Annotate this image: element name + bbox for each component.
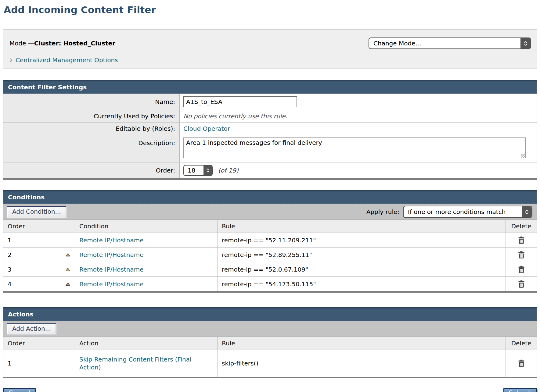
- condition-rule: remote-ip == "54.173.50.115": [222, 280, 316, 288]
- actions-header: Actions: [3, 307, 537, 321]
- settings-row-description: Description: Area 1 inspected messages f…: [3, 135, 537, 162]
- move-up-icon: [65, 268, 70, 271]
- delete-button[interactable]: [518, 359, 525, 367]
- condition-rule: remote-ip == "52.11.209.211": [222, 237, 316, 244]
- change-mode-select[interactable]: Change Mode...: [369, 37, 531, 49]
- actions-column-header: Order Action Rule Delete: [3, 337, 537, 350]
- disclosure-triangle-icon[interactable]: [9, 58, 13, 62]
- move-up-icon: [65, 282, 70, 286]
- column-order: Order: [3, 220, 75, 233]
- trash-icon: [518, 251, 525, 259]
- page-title: Add Incoming Content Filter: [4, 4, 537, 15]
- submit-button[interactable]: Submit: [503, 388, 537, 392]
- settings-row-policies: Currently Used by Policies: No policies …: [3, 110, 537, 122]
- description-label: Description:: [3, 135, 180, 162]
- description-textarea[interactable]: Area 1 inspected messages for final deli…: [183, 137, 526, 158]
- page: Add Incoming Content Filter Mode —Cluste…: [0, 0, 540, 392]
- condition-link[interactable]: Remote IP/Hostname: [79, 265, 143, 273]
- condition-row: 4 Remote IP/Hostname remote-ip == "54.17…: [3, 276, 537, 291]
- delete-button[interactable]: [518, 251, 525, 259]
- name-label: Name:: [3, 94, 180, 110]
- column-action: Action: [75, 337, 218, 350]
- add-condition-button[interactable]: Add Condition...: [7, 206, 66, 217]
- settings-row-order: Order: 18 (of 19): [3, 162, 537, 178]
- condition-link[interactable]: Remote IP/Hostname: [79, 280, 143, 288]
- order-label: Order:: [3, 162, 180, 178]
- move-up-button[interactable]: [65, 268, 70, 271]
- select-spinner-icon: [520, 38, 531, 48]
- order-select-value: 18: [184, 166, 203, 175]
- apply-rule-label: Apply rule:: [366, 208, 399, 216]
- mode-panel: Mode —Cluster: Hosted_Cluster Change Mod…: [3, 29, 537, 69]
- condition-order: 4: [8, 280, 12, 288]
- delete-button[interactable]: [518, 280, 525, 288]
- mode-label: Mode: [9, 40, 28, 47]
- condition-order: 3: [8, 266, 12, 273]
- action-order: 1: [8, 360, 12, 367]
- centralized-management-options-link[interactable]: Centralized Management Options: [16, 56, 118, 64]
- move-up-button[interactable]: [65, 282, 70, 286]
- order-select[interactable]: 18: [183, 165, 213, 176]
- column-rule: Rule: [218, 220, 506, 233]
- conditions-column-header: Order Condition Rule Delete: [3, 219, 537, 233]
- action-row: 1 Skip Remaining Content Filters (Final …: [3, 350, 537, 377]
- conditions-header: Conditions: [3, 190, 537, 204]
- mode-value: —Cluster: Hosted_Cluster: [28, 40, 115, 47]
- change-mode-select-value: Change Mode...: [369, 38, 520, 48]
- condition-order: 2: [8, 251, 12, 258]
- condition-row: 2 Remote IP/Hostname remote-ip == "52.89…: [3, 247, 537, 262]
- cloud-operator-link[interactable]: Cloud Operator: [183, 125, 230, 132]
- settings-row-name: Name:: [3, 94, 537, 110]
- action-rule: skip-filters(): [222, 360, 258, 367]
- condition-link[interactable]: Remote IP/Hostname: [79, 251, 143, 259]
- cancel-button[interactable]: Cancel: [3, 388, 36, 392]
- condition-order: 1: [8, 237, 12, 244]
- column-rule: Rule: [218, 337, 506, 350]
- actions-toolbar: Add Action...: [3, 321, 537, 337]
- content-filter-settings-panel: Content Filter Settings Name: Currently …: [3, 80, 537, 180]
- column-order: Order: [3, 337, 75, 350]
- conditions-panel: Conditions Add Condition... Apply rule: …: [3, 190, 537, 293]
- apply-rule-select[interactable]: If one or more conditions match: [403, 206, 532, 218]
- actions-panel: Actions Add Action... Order Action Rule …: [3, 307, 537, 378]
- condition-link[interactable]: Remote IP/Hostname: [79, 236, 143, 244]
- policies-label: Currently Used by Policies:: [3, 110, 180, 122]
- column-delete: Delete: [506, 337, 537, 350]
- select-spinner-icon: [522, 206, 532, 217]
- trash-icon: [518, 265, 525, 273]
- condition-row: 1 Remote IP/Hostname remote-ip == "52.11…: [3, 233, 537, 247]
- column-delete: Delete: [506, 220, 537, 233]
- column-condition: Condition: [75, 220, 218, 233]
- add-action-button[interactable]: Add Action...: [7, 323, 56, 334]
- delete-button[interactable]: [518, 265, 525, 273]
- select-spinner-icon: [203, 166, 212, 175]
- trash-icon: [518, 359, 525, 367]
- apply-rule-select-value: If one or more conditions match: [404, 206, 522, 217]
- order-total: (of 19): [218, 167, 239, 174]
- name-input[interactable]: [183, 96, 297, 107]
- move-up-icon: [65, 253, 70, 257]
- footer-bar: Cancel Submit: [3, 388, 537, 392]
- move-up-button[interactable]: [65, 253, 70, 257]
- mode-text: Mode —Cluster: Hosted_Cluster: [9, 40, 115, 47]
- condition-rule: remote-ip == "52.0.67.109": [222, 266, 308, 273]
- trash-icon: [518, 280, 525, 288]
- settings-row-editable: Editable by (Roles): Cloud Operator: [3, 122, 537, 135]
- action-link[interactable]: Skip Remaining Content Filters (Final Ac…: [79, 355, 207, 371]
- condition-row: 3 Remote IP/Hostname remote-ip == "52.0.…: [3, 262, 537, 276]
- settings-header: Content Filter Settings: [3, 80, 537, 94]
- delete-button[interactable]: [518, 236, 525, 244]
- editable-label: Editable by (Roles):: [3, 123, 180, 135]
- condition-rule: remote-ip == "52.89.255.11": [222, 251, 312, 258]
- conditions-toolbar: Add Condition... Apply rule: If one or m…: [3, 204, 537, 219]
- trash-icon: [518, 236, 525, 244]
- policies-value: No policies currently use this rule.: [183, 112, 287, 120]
